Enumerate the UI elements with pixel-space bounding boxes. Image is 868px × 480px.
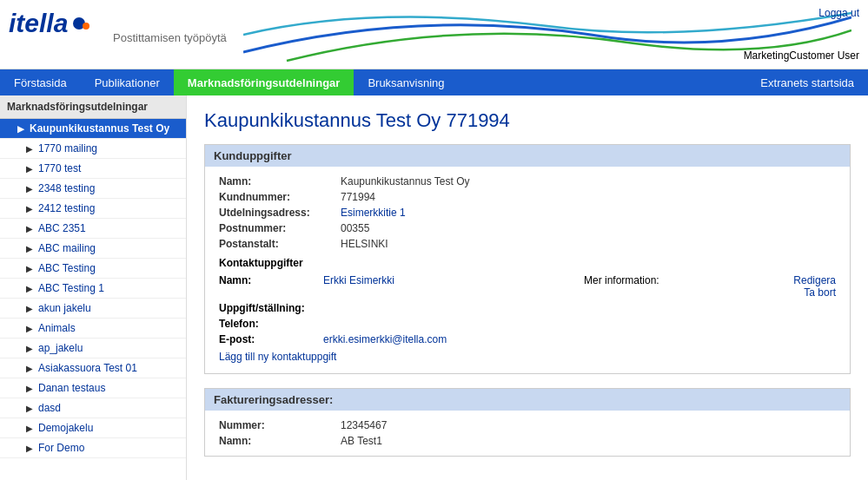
table-row: Postanstalt: HELSINKI (214, 236, 841, 252)
logo-orange-dot (83, 23, 89, 30)
telefon-value (318, 316, 579, 332)
nummer-value: 12345467 (335, 418, 841, 433)
sidebar-item-ap-jakelu[interactable]: ▶ ap_jakelu (0, 339, 186, 358)
uppgift-label: Uppgift/ställning: (214, 300, 318, 316)
actions-empty (741, 300, 841, 316)
fakturering-header: Faktureringsadresser: (205, 389, 850, 411)
namn-value: Kaupunkikustannus Test Oy (335, 174, 841, 189)
sidebar-item-animals[interactable]: ▶ Animals (0, 319, 186, 339)
logo-text: itella (9, 9, 68, 38)
contact-table: Namn: Erkki Esimerkki Mer information: R… (214, 273, 841, 347)
main-layout: Marknadsföringsutdelningar ▶ Kaupunkikus… (0, 95, 868, 480)
sidebar: Marknadsföringsutdelningar ▶ Kaupunkikus… (0, 95, 187, 480)
kundnummer-label: Kundnummer: (214, 189, 335, 205)
telefon-label: Telefon: (214, 316, 318, 332)
sidebar-item-1770-mailing[interactable]: ▶ 1770 mailing (0, 139, 186, 159)
arrow-icon: ▶ (26, 344, 33, 353)
arrow-icon: ▶ (26, 444, 33, 453)
kunduppgifter-table: Namn: Kaupunkikustannus Test Oy Kundnumm… (214, 174, 841, 252)
logo: itella (9, 9, 89, 38)
contact-row: Namn: Erkki Esimerkki Mer information: R… (214, 273, 841, 300)
arrow-icon: ▶ (26, 204, 33, 214)
kundnummer-value: 771994 (335, 189, 841, 205)
arrow-icon: ▶ (26, 284, 33, 293)
table-row: Kundnummer: 771994 (214, 189, 841, 205)
sidebar-item-2412-testing[interactable]: ▶ 2412 testing (0, 199, 186, 219)
fakturering-namn-value: AB Test1 (335, 433, 841, 449)
arrow-icon: ▶ (26, 164, 33, 174)
redigera-link[interactable]: Redigera (746, 274, 836, 286)
arrow-icon: ▶ (26, 304, 33, 313)
sidebar-item-kaupunkikustannus[interactable]: ▶ Kaupunkikustannus Test Oy (0, 119, 186, 139)
fakturering-namn-label: Namn: (214, 433, 335, 449)
sidebar-item-akun-jakelu[interactable]: ▶ akun jakelu (0, 299, 186, 319)
nav-bruksanvisning[interactable]: Bruksanvisning (354, 69, 458, 95)
table-row: Postnummer: 00355 (214, 220, 841, 236)
postanstalt-label: Postanstalt: (214, 236, 335, 252)
header: itella Postittamisen työpöytä Logga ut M… (0, 0, 868, 69)
arrow-icon: ▶ (26, 404, 33, 413)
empty (741, 316, 841, 332)
arrow-icon: ▶ (26, 384, 33, 393)
arrow-icon: ▶ (26, 224, 33, 233)
postnummer-label: Postnummer: (214, 220, 335, 236)
kunduppgifter-header: Kunduppgifter (205, 145, 850, 167)
utdelningsadress-value: Esimerkkitie 1 (335, 205, 841, 220)
contact-actions: Redigera Ta bort (741, 273, 841, 300)
table-row: Nummer: 12345467 (214, 418, 841, 433)
namn-label: Namn: (214, 174, 335, 189)
nav-extranets[interactable]: Extranets startsida (746, 69, 868, 95)
kontaktuppgifter-header: Kontaktuppgifter (214, 252, 841, 273)
add-contact-link[interactable]: Lägg till ny kontaktuppgift (214, 347, 341, 366)
mer-information-label: Mer information: (579, 273, 741, 300)
sidebar-item-asiakassuora[interactable]: ▶ Asiakassuora Test 01 (0, 358, 186, 378)
logga-ut-link[interactable]: Logga ut (818, 7, 859, 19)
mer-info-empty (579, 300, 741, 316)
sidebar-item-2348-testing[interactable]: ▶ 2348 testing (0, 179, 186, 199)
fakturering-body: Nummer: 12345467 Namn: AB Test1 (205, 411, 850, 456)
company-info: MarketingCustomer User (744, 49, 859, 62)
sidebar-item-for-demo[interactable]: ▶ For Demo (0, 438, 186, 458)
ta-bort-link[interactable]: Ta bort (746, 286, 836, 299)
postnummer-value: 00355 (335, 220, 841, 236)
sidebar-item-dasd[interactable]: ▶ dasd (0, 398, 186, 418)
sidebar-item-abc-2351[interactable]: ▶ ABC 2351 (0, 219, 186, 239)
utdelningsadress-label: Utdelningsadress: (214, 205, 335, 220)
table-row: Utdelningsadress: Esimerkkitie 1 (214, 205, 841, 220)
nav-forstasida[interactable]: Förstasida (0, 69, 81, 95)
arrow-icon: ▶ (26, 144, 33, 154)
fakturering-table: Nummer: 12345467 Namn: AB Test1 (214, 418, 841, 449)
arrow-icon: ▶ (26, 324, 33, 333)
kunduppgifter-body: Namn: Kaupunkikustannus Test Oy Kundnumm… (205, 167, 850, 373)
content-area: Kaupunkikustannus Test Oy 771994 Kundupp… (187, 95, 868, 480)
nav-marknadsforingsutdelningar[interactable]: Marknadsföringsutdelningar (174, 69, 354, 95)
arrow-icon: ▶ (17, 124, 24, 134)
sidebar-item-1770-test[interactable]: ▶ 1770 test (0, 159, 186, 179)
contact-row: Telefon: (214, 316, 841, 332)
arrow-icon: ▶ (26, 364, 33, 373)
kunduppgifter-section: Kunduppgifter Namn: Kaupunkikustannus Te… (204, 144, 851, 374)
arrow-icon: ▶ (26, 184, 33, 194)
contact-row: Uppgift/ställning: (214, 300, 841, 316)
arrow-icon: ▶ (26, 244, 33, 253)
sidebar-item-abc-mailing[interactable]: ▶ ABC mailing (0, 239, 186, 259)
nummer-label: Nummer: (214, 418, 335, 433)
sidebar-item-demojakelu[interactable]: ▶ Demojakelu (0, 418, 186, 438)
fakturering-section: Faktureringsadresser: Nummer: 12345467 N… (204, 388, 851, 457)
postanstalt-value: HELSINKI (335, 236, 841, 252)
uppgift-value (318, 300, 579, 316)
subtitle: Postittamisen työpöytä (113, 31, 227, 44)
nav-publikationer[interactable]: Publikationer (81, 69, 174, 95)
page-title: Kaupunkikustannus Test Oy 771994 (204, 109, 851, 132)
navigation: Förstasida Publikationer Marknadsförings… (0, 69, 868, 95)
sidebar-item-danan-testaus[interactable]: ▶ Danan testaus (0, 378, 186, 398)
contact-namn-label: Namn: (214, 273, 318, 300)
epost-value: erkki.esimerkki@itella.com (318, 332, 579, 347)
table-row: Namn: AB Test1 (214, 433, 841, 449)
empty (579, 316, 741, 332)
arrow-icon: ▶ (26, 424, 33, 433)
sidebar-item-abc-testing-1[interactable]: ▶ ABC Testing 1 (0, 279, 186, 299)
arrow-icon: ▶ (26, 264, 33, 273)
sidebar-item-abc-testing[interactable]: ▶ ABC Testing (0, 259, 186, 279)
empty (741, 332, 841, 347)
